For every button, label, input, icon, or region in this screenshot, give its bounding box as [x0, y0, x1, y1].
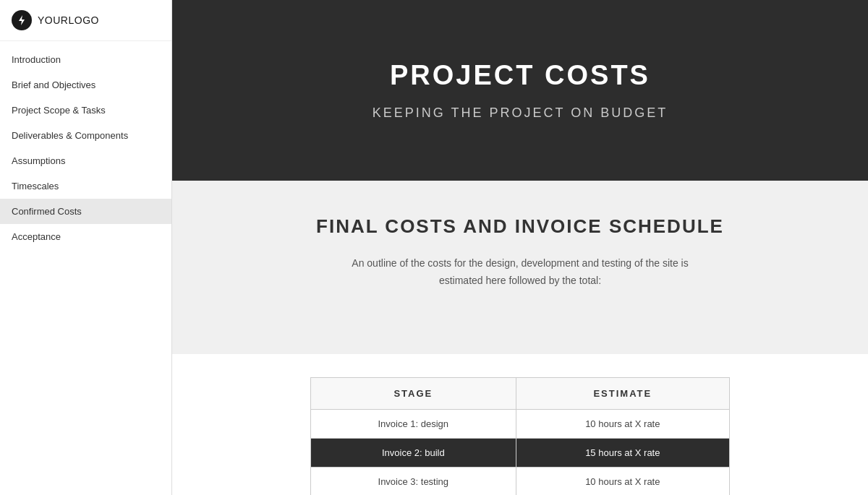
sidebar-item[interactable]: Project Scope & Tasks: [0, 98, 171, 123]
section-description: An outline of the costs for the design, …: [332, 255, 708, 290]
sidebar-item[interactable]: Confirmed Costs: [0, 199, 171, 224]
sidebar-item[interactable]: Assumptions: [0, 148, 171, 173]
sidebar-item[interactable]: Deliverables & Components: [0, 123, 171, 148]
sidebar-item[interactable]: Acceptance: [0, 224, 171, 249]
sidebar-item[interactable]: Introduction: [0, 47, 171, 72]
table-section: STAGE ESTIMATE Invoice 1: design10 hours…: [172, 354, 868, 495]
table-row: Invoice 2: build15 hours at X rate: [311, 439, 730, 468]
table-row: Invoice 3: testing10 hours at X rate: [311, 468, 730, 496]
table-cell-estimate: 15 hours at X rate: [516, 439, 729, 468]
table-cell-stage: Invoice 2: build: [311, 439, 516, 468]
sidebar: YOURLOGO IntroductionBrief and Objective…: [0, 0, 172, 495]
main-content: PROJECT COSTS KEEPING THE PROJECT ON BUD…: [172, 0, 868, 495]
col-estimate: ESTIMATE: [516, 378, 729, 410]
table-cell-estimate: 10 hours at X rate: [516, 410, 729, 439]
hero-section: PROJECT COSTS KEEPING THE PROJECT ON BUD…: [172, 0, 868, 181]
logo-area: YOURLOGO: [0, 0, 171, 41]
content-section: FINAL COSTS AND INVOICE SCHEDULE An outl…: [172, 181, 868, 354]
table-cell-estimate: 10 hours at X rate: [516, 468, 729, 496]
nav-menu: IntroductionBrief and ObjectivesProject …: [0, 41, 171, 255]
hero-subtitle: KEEPING THE PROJECT ON BUDGET: [373, 106, 668, 121]
col-stage: STAGE: [311, 378, 516, 410]
table-row: Invoice 1: design10 hours at X rate: [311, 410, 730, 439]
logo-bold: YOUR: [38, 14, 68, 26]
cost-table: STAGE ESTIMATE Invoice 1: design10 hours…: [310, 377, 730, 495]
table-cell-stage: Invoice 1: design: [311, 410, 516, 439]
table-cell-stage: Invoice 3: testing: [311, 468, 516, 496]
sidebar-item[interactable]: Brief and Objectives: [0, 72, 171, 98]
section-title: FINAL COSTS AND INVOICE SCHEDULE: [316, 215, 724, 238]
logo-text: YOURLOGO: [38, 14, 99, 26]
table-header-row: STAGE ESTIMATE: [311, 378, 730, 410]
logo-icon: [12, 10, 32, 30]
logo-normal: LOGO: [68, 14, 98, 26]
svg-marker-0: [19, 15, 25, 25]
hero-title: PROJECT COSTS: [390, 60, 650, 91]
table-body: Invoice 1: design10 hours at X rateInvoi…: [311, 410, 730, 496]
sidebar-item[interactable]: Timescales: [0, 173, 171, 199]
bolt-icon: [16, 14, 27, 26]
